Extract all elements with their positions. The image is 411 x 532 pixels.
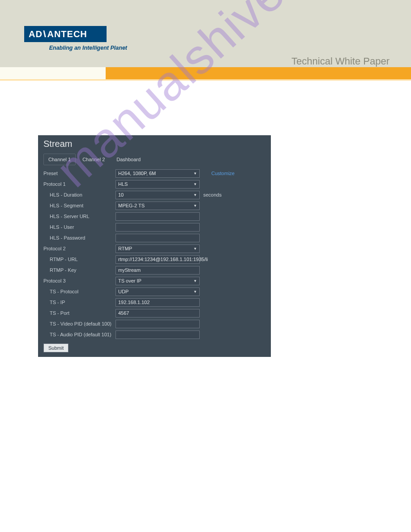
protocol2-label: Protocol 2 [43,246,113,251]
logo-text: AD\ANTECH [29,29,87,39]
row-ts-protocol: TS - Protocol UDP ▼ [43,286,265,297]
rtmp-key-input[interactable]: myStream [116,266,200,275]
hls-password-input[interactable] [116,234,200,242]
row-hls-password: HLS - Password [43,232,265,243]
hls-duration-label: HLS - Duration [43,192,113,197]
protocol1-select[interactable]: HLS ▼ [116,180,200,189]
ts-audio-label: TS - Audio PID (default 101) [43,332,113,337]
hls-duration-unit: seconds [203,192,222,197]
rtmp-key-value: myStream [118,267,141,273]
row-hls-duration: HLS - Duration 10 ▼ seconds [43,189,265,200]
hls-duration-value: 10 [118,192,124,197]
row-hls-server: HLS - Server URL [43,211,265,222]
protocol3-label: Protocol 3 [43,278,113,283]
row-rtmp-key: RTMP - Key myStream [43,265,265,275]
row-ts-ip: TS - IP 192.168.1.102 [43,297,265,308]
ts-port-input[interactable]: 4567 [116,309,200,317]
rtmp-key-label: RTMP - Key [43,267,113,273]
logo: AD\ANTECH Enabling an Intelligent Planet [24,26,127,51]
protocol1-value: HLS [118,181,128,187]
hls-user-label: HLS - User [43,224,113,230]
hls-segment-label: HLS - Segment [43,203,113,208]
ts-port-value: 4567 [118,310,129,316]
row-preset: Preset H264, 1080P, 6M ▼ Customize [43,168,265,179]
ts-protocol-select[interactable]: UDP ▼ [116,287,200,296]
stream-panel: Stream Channel 1 Channel 2 Dashboard Pre… [38,135,271,357]
hls-server-input[interactable] [116,212,200,221]
preset-value: H264, 1080P, 6M [118,171,156,176]
ts-video-input[interactable] [116,320,200,328]
hls-user-input[interactable] [116,223,200,232]
submit-row: Submit [38,340,271,352]
protocol2-value: RTMP [118,246,132,251]
row-ts-video-pid: TS - Video PID (default 100) [43,318,265,329]
rtmp-url-label: RTMP - URL [43,257,113,262]
ts-video-label: TS - Video PID (default 100) [43,321,113,326]
preset-select[interactable]: H264, 1080P, 6M ▼ [116,169,200,178]
row-rtmp-url: RTMP - URL rtmp://1234:1234@192.168.1.10… [43,254,265,265]
tab-channel-2[interactable]: Channel 2 [77,154,110,165]
submit-button[interactable]: Submit [43,343,68,352]
tab-dashboard[interactable]: Dashboard [111,154,146,165]
header-title: Technical White Paper [291,56,390,67]
chevron-down-icon: ▼ [193,290,197,294]
ts-ip-value: 192.168.1.102 [118,300,150,305]
row-ts-port: TS - Port 4567 [43,308,265,318]
accent-bar-left [0,67,106,79]
row-protocol1: Protocol 1 HLS ▼ [43,179,265,189]
customize-link[interactable]: Customize [211,171,235,176]
hls-password-label: HLS - Password [43,235,113,240]
chevron-down-icon: ▼ [193,204,197,208]
logo-badge: AD\ANTECH [24,26,107,42]
preset-label: Preset [43,171,113,176]
rtmp-url-value: rtmp://1234:1234@192.168.1.101:1935/li [118,257,208,262]
logo-tagline: Enabling an Intelligent Planet [24,45,127,51]
panel-title: Stream [38,135,271,152]
ts-ip-input[interactable]: 192.168.1.102 [116,298,200,307]
row-ts-audio-pid: TS - Audio PID (default 101) [43,329,265,340]
hls-segment-value: MPEG-2 TS [118,203,145,208]
row-protocol3: Protocol 3 TS over IP ▼ [43,275,265,286]
ts-protocol-value: UDP [118,289,128,294]
rtmp-url-input[interactable]: rtmp://1234:1234@192.168.1.101:1935/li [116,255,200,264]
tab-channel-1[interactable]: Channel 1 [43,154,76,165]
chevron-down-icon: ▼ [193,172,197,176]
protocol3-value: TS over IP [118,278,141,283]
ts-port-label: TS - Port [43,310,113,316]
ts-ip-label: TS - IP [43,300,113,305]
row-hls-user: HLS - User [43,222,265,232]
protocol3-select[interactable]: TS over IP ▼ [116,277,200,285]
protocol1-label: Protocol 1 [43,181,113,187]
chevron-down-icon: ▼ [193,279,197,283]
hls-segment-select[interactable]: MPEG-2 TS ▼ [116,202,200,210]
row-hls-segment: HLS - Segment MPEG-2 TS ▼ [43,200,265,211]
document-header: AD\ANTECH Enabling an Intelligent Planet… [0,0,411,67]
row-protocol2: Protocol 2 RTMP ▼ [43,243,265,254]
hls-server-label: HLS - Server URL [43,214,113,219]
chevron-down-icon: ▼ [193,193,197,197]
hls-duration-select[interactable]: 10 ▼ [116,191,200,199]
chevron-down-icon: ▼ [193,247,197,251]
stream-form: Preset H264, 1080P, 6M ▼ Customize Proto… [38,168,271,340]
chevron-down-icon: ▼ [193,182,197,186]
accent-bar [0,67,411,79]
ts-audio-input[interactable] [116,330,200,339]
tab-bar: Channel 1 Channel 2 Dashboard [38,152,271,168]
ts-protocol-label: TS - Protocol [43,289,113,294]
protocol2-select[interactable]: RTMP ▼ [116,245,200,253]
